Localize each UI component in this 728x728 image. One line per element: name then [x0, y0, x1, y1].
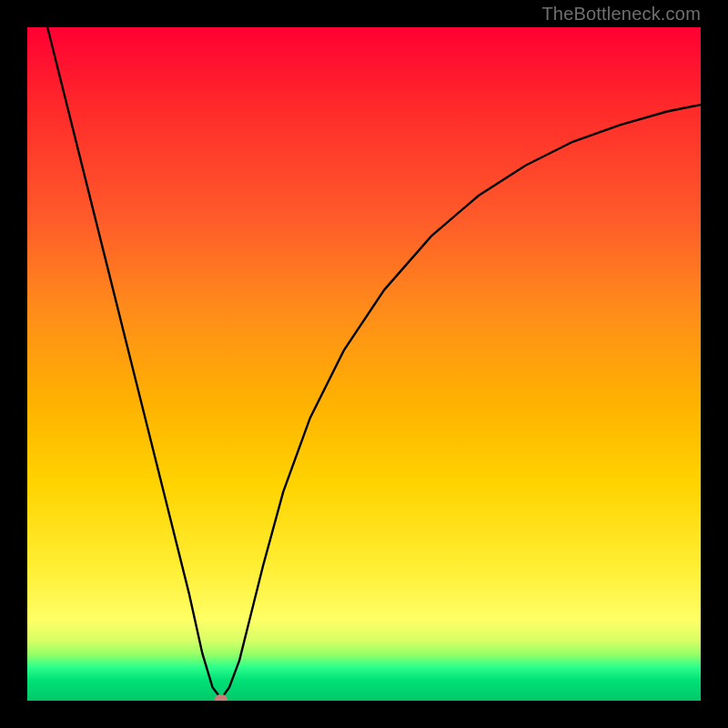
curve-svg	[27, 27, 701, 701]
curve-path	[47, 27, 701, 699]
watermark-text: TheBottleneck.com	[541, 4, 701, 25]
chart-frame: TheBottleneck.com	[0, 0, 728, 728]
plot-area	[27, 27, 701, 701]
minimum-marker	[215, 694, 228, 701]
